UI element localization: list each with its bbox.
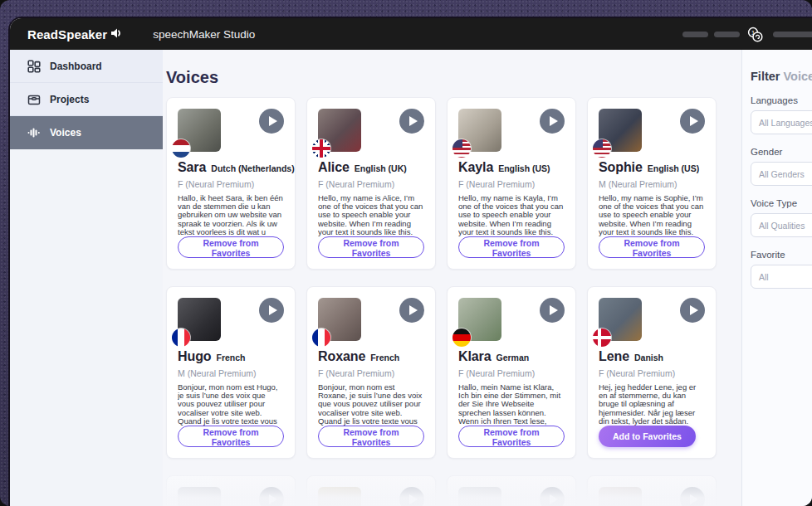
- dashboard-grid-icon: [27, 60, 41, 73]
- voice-avatar: [318, 487, 361, 506]
- play-icon: [690, 305, 698, 315]
- play-voice-button[interactable]: [399, 109, 424, 134]
- voice-name: Sara: [178, 160, 206, 175]
- play-voice-button[interactable]: [540, 487, 565, 506]
- voice-name-row: Sara Dutch (Netherlands): [178, 160, 284, 175]
- voice-name-row: Kayla English (US): [458, 160, 565, 175]
- voice-gender-quality: F (Neural Premium): [599, 368, 705, 378]
- play-icon: [409, 494, 418, 504]
- voice-name: Kayla: [458, 160, 493, 175]
- voice-photo: [458, 487, 501, 506]
- remove-favorite-button[interactable]: Remove from Favorites: [599, 236, 705, 258]
- play-voice-button[interactable]: [540, 109, 565, 134]
- gender-select-value: All Genders: [759, 169, 805, 179]
- play-voice-button[interactable]: [680, 298, 705, 323]
- play-voice-button[interactable]: [259, 487, 284, 506]
- voice-language: Danish: [634, 353, 663, 362]
- play-voice-button[interactable]: [399, 487, 424, 506]
- remove-favorite-button[interactable]: Remove from Favorites: [458, 426, 565, 447]
- voice-gender-quality: F (Neural Premium): [318, 179, 424, 189]
- voice-language: German: [496, 353, 530, 362]
- filter-panel: Filter Voices Languages All Languages Ge…: [741, 50, 812, 506]
- voice-gender-quality: F (Neural Premium): [458, 179, 565, 189]
- favorite-select[interactable]: All: [751, 265, 812, 289]
- sidebar-item-voices[interactable]: Voices: [10, 116, 163, 149]
- header-pill-button[interactable]: [682, 32, 708, 37]
- header-pill-button[interactable]: [773, 32, 812, 37]
- voice-name: Hugo: [178, 349, 211, 364]
- play-icon: [550, 305, 558, 315]
- play-icon: [550, 116, 558, 126]
- voice-description: Hej, jeg hedder Lene, jeg er en af stemm…: [599, 383, 705, 426]
- favorite-filter-label: Favorite: [751, 250, 812, 260]
- favorite-select-value: All: [759, 272, 769, 282]
- voice-avatar: [599, 109, 642, 152]
- flag-france-icon: [172, 328, 190, 347]
- voice-card-partial: [306, 475, 436, 506]
- play-voice-button[interactable]: [680, 487, 705, 506]
- voice-card-klara: Klara German F (Neural Premium) Hallo, m…: [447, 286, 576, 459]
- remove-favorite-button[interactable]: Remove from Favorites: [178, 236, 284, 258]
- voice-type-filter-label: Voice Type: [751, 198, 812, 208]
- filter-title-light: Voices: [783, 70, 812, 83]
- top-bar: ReadSpeaker speechMaker Studio 1: [10, 18, 812, 50]
- remove-favorite-button[interactable]: Remove from Favorites: [318, 236, 424, 258]
- play-voice-button[interactable]: [259, 109, 284, 134]
- voice-name-row: Roxane French: [318, 349, 424, 364]
- filter-panel-title: Filter Voices: [751, 70, 812, 83]
- voice-gender-quality: F (Neural Premium): [318, 368, 424, 378]
- voice-description: Bonjour, mon nom est Roxane, je suis l’u…: [318, 383, 424, 426]
- languages-select[interactable]: All Languages: [751, 110, 812, 134]
- flag-germany-icon: [452, 328, 471, 347]
- coins-icon[interactable]: 1: [746, 25, 764, 43]
- play-voice-button[interactable]: [259, 298, 284, 323]
- voice-card-grid: Sara Dutch (Netherlands) F (Neural Premi…: [166, 97, 741, 506]
- voice-description: Hello, my name is Sophie, I’m one of the…: [599, 194, 705, 236]
- header-pill-button[interactable]: [714, 32, 740, 37]
- remove-favorite-button[interactable]: Remove from Favorites: [318, 426, 424, 447]
- play-voice-button[interactable]: [399, 298, 424, 323]
- voice-language: French: [370, 353, 399, 362]
- voice-card-hugo: Hugo French M (Neural Premium) Bonjour, …: [166, 286, 296, 459]
- play-voice-button[interactable]: [540, 298, 565, 323]
- top-bar-actions: 1: [682, 18, 812, 50]
- voice-avatar: [318, 109, 361, 152]
- voice-language: French: [216, 353, 245, 362]
- voices-content: Voices Sara Dutch (Netherlands): [163, 50, 741, 506]
- voice-type-select[interactable]: All Qualities: [751, 213, 812, 237]
- voice-card-lene: Lene Danish F (Neural Premium) Hej, jeg …: [587, 286, 717, 459]
- voice-avatar: [599, 298, 642, 341]
- voice-description: Hello, my name is Alice, I’m one of the …: [318, 194, 424, 236]
- voice-photo: [318, 487, 361, 506]
- voice-description: Hallo, ik heet Sara, ik ben één van de s…: [178, 194, 284, 236]
- play-voice-button[interactable]: [680, 109, 705, 134]
- voice-name-row: Hugo French: [178, 349, 284, 364]
- sidebar-item-projects[interactable]: Projects: [10, 83, 163, 116]
- voices-waveform-icon: [27, 126, 41, 139]
- remove-favorite-button[interactable]: Remove from Favorites: [178, 426, 284, 447]
- voice-avatar: [318, 298, 361, 341]
- voice-gender-quality: F (Neural Premium): [458, 368, 565, 378]
- play-icon: [550, 494, 558, 504]
- voice-card-roxane: Roxane French F (Neural Premium) Bonjour…: [306, 286, 436, 459]
- app-title: speechMaker Studio: [153, 28, 255, 41]
- filter-title-strong: Filter: [751, 70, 780, 83]
- voice-name: Roxane: [318, 349, 365, 364]
- play-icon: [690, 116, 698, 126]
- readspeaker-logo-text: ReadSpeaker: [27, 27, 107, 41]
- add-favorite-button[interactable]: Add to Favorites: [599, 426, 696, 447]
- flag-netherlands-icon: [172, 139, 190, 158]
- sidebar-item-dashboard[interactable]: Dashboard: [10, 50, 163, 83]
- voice-description: Hallo, mein Name ist Klara, Ich bin eine…: [458, 383, 565, 426]
- gender-select[interactable]: All Genders: [751, 162, 812, 186]
- remove-favorite-button[interactable]: Remove from Favorites: [458, 236, 565, 258]
- voice-name-row: Klara German: [458, 349, 565, 364]
- sidebar-item-label: Dashboard: [50, 61, 102, 72]
- voice-name-row: Alice English (UK): [318, 160, 424, 175]
- voice-card-sara: Sara Dutch (Netherlands) F (Neural Premi…: [166, 97, 296, 270]
- voice-avatar: [458, 298, 501, 341]
- play-icon: [269, 116, 277, 126]
- voice-photo: [178, 487, 221, 506]
- play-icon: [409, 305, 418, 315]
- flag-france-icon: [312, 328, 330, 347]
